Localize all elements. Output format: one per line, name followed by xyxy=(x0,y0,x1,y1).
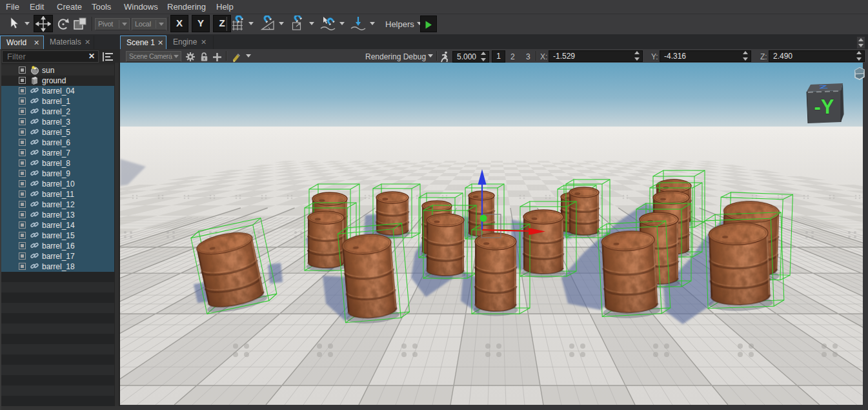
svg-text:-Y: -Y xyxy=(814,96,834,118)
svg-text:Z: Z xyxy=(818,85,829,90)
